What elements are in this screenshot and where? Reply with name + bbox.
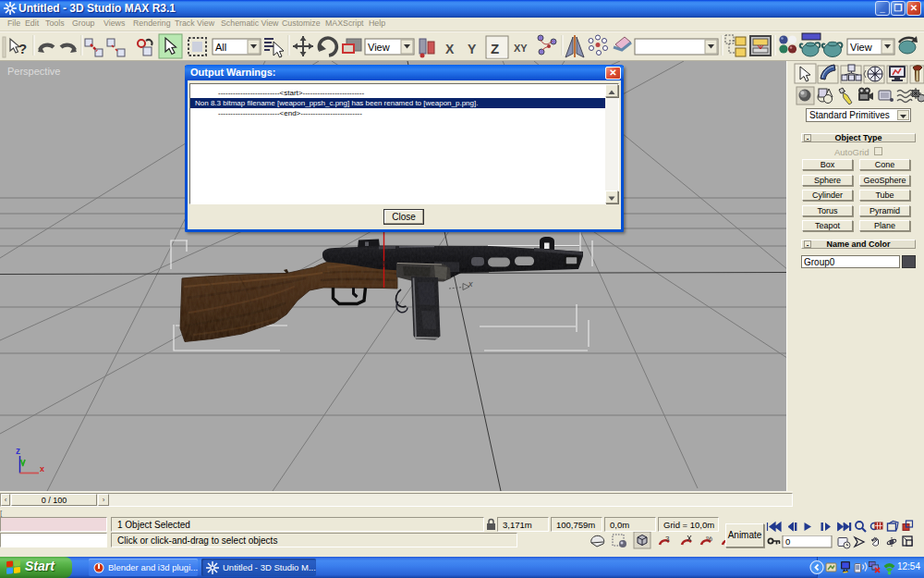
svg-text:Z: Z [491, 41, 499, 56]
svg-text:x: x [468, 279, 473, 289]
svg-text:X: X [445, 42, 455, 56]
svg-text:View: View [850, 42, 872, 53]
svg-text:Y: Y [468, 42, 477, 56]
svg-text:z: z [16, 446, 20, 456]
svg-text:%: % [706, 535, 712, 543]
svg-text:0: 0 [785, 536, 790, 547]
svg-text:View: View [368, 42, 390, 53]
svg-text:y: y [382, 258, 387, 267]
svg-text:XY: XY [514, 43, 528, 54]
svg-text:?: ? [18, 41, 27, 56]
svg-text:All: All [215, 42, 226, 53]
svg-text:x: x [40, 464, 44, 473]
svg-text:3: 3 [665, 535, 670, 543]
